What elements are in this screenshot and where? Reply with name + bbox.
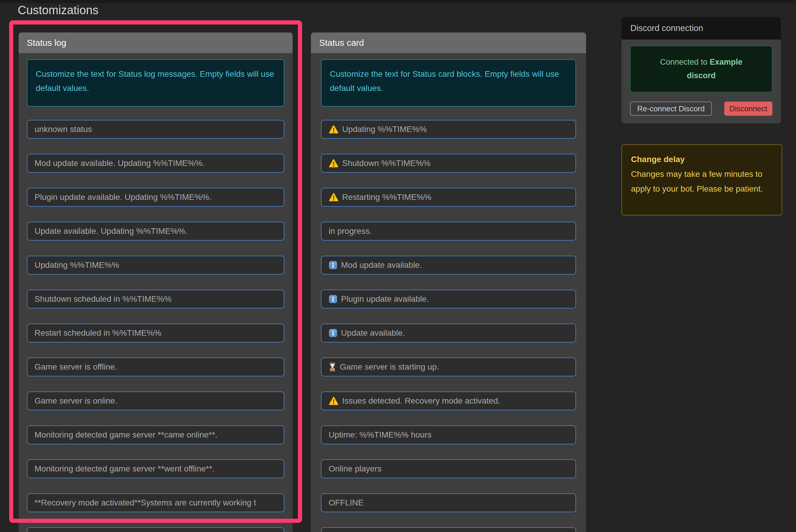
warning-icon: [329, 125, 339, 134]
field-value: Mod update available.: [341, 260, 422, 270]
text-field[interactable]: [27, 527, 284, 532]
text-field[interactable]: Monitoring detected game server **went o…: [27, 459, 284, 478]
text-field[interactable]: unknown status: [27, 120, 284, 139]
text-field[interactable]: Restarting %%TIME%%: [321, 188, 576, 207]
text-field[interactable]: Shutdown scheduled in %%TIME%%: [27, 290, 284, 308]
status-log-panel: Status log Customize the text for Status…: [19, 33, 292, 532]
field-value: Game server is online.: [35, 396, 117, 406]
page-title: Customizations: [18, 3, 98, 17]
text-field[interactable]: **Recovery mode activated**Systems are c…: [27, 493, 284, 512]
text-field[interactable]: Monitoring detected game server **came o…: [27, 425, 284, 444]
text-field[interactable]: in progress.: [321, 222, 576, 241]
field-value: Updating %%TIME%%: [35, 260, 119, 270]
text-field[interactable]: Game server is offline.: [27, 358, 284, 376]
text-field[interactable]: [321, 527, 576, 532]
status-card-header: Status card: [311, 33, 586, 53]
status-log-info-box: Customize the text for Status log messag…: [27, 59, 284, 107]
text-field[interactable]: Update available.: [321, 324, 576, 342]
status-card-info-box: Customize the text for Status card block…: [321, 59, 576, 107]
text-field[interactable]: Issues detected. Recovery mode activated…: [321, 392, 576, 411]
field-value: **Recovery mode activated**Systems are c…: [35, 498, 256, 508]
info-icon: [329, 294, 338, 304]
field-value: OFFLINE: [329, 498, 363, 508]
text-field[interactable]: OFFLINE: [321, 493, 576, 512]
field-value: Shutdown %%TIME%%: [342, 158, 431, 168]
text-field[interactable]: Shutdown %%TIME%%: [321, 154, 576, 173]
field-value: Update available. Updating %%TIME%%.: [35, 226, 188, 236]
status-log-fields: unknown statusMod update available. Upda…: [27, 120, 284, 532]
text-field[interactable]: Game server is online.: [27, 392, 284, 411]
change-delay-body: Changes may take a few minutes to apply …: [631, 167, 773, 196]
text-field[interactable]: Update available. Updating %%TIME%%.: [27, 222, 284, 241]
discord-connection-panel: Discord connection Connected to Example …: [622, 17, 781, 124]
warning-icon: [329, 193, 339, 202]
connection-status-box: Connected to Example discord: [630, 46, 772, 92]
connection-status-text: Connected to Example discord: [647, 56, 756, 83]
field-value: Shutdown scheduled in %%TIME%%: [35, 294, 172, 304]
text-field[interactable]: Online players: [321, 459, 576, 478]
warning-icon: [329, 397, 339, 405]
status-card-fields: Updating %%TIME%%Shutdown %%TIME%%Restar…: [321, 120, 576, 532]
status-log-header: Status log: [19, 33, 292, 53]
field-value: Update available.: [341, 328, 405, 338]
disconnect-button[interactable]: Disconnect: [724, 101, 772, 116]
text-field[interactable]: Mod update available. Updating %%TIME%%.: [27, 154, 284, 173]
field-value: Issues detected. Recovery mode activated…: [342, 396, 500, 406]
reconnect-discord-button[interactable]: Re-connect Discord: [630, 101, 712, 116]
text-field[interactable]: Restart scheduled in %%TIME%%: [27, 324, 284, 342]
status-card-panel: Status card Customize the text for Statu…: [311, 33, 586, 532]
change-delay-title: Change delay: [631, 152, 773, 167]
field-value: Game server is starting up.: [340, 362, 439, 372]
warning-icon: [329, 159, 339, 168]
text-field[interactable]: Updating %%TIME%%: [321, 120, 576, 139]
field-value: Updating %%TIME%%: [342, 125, 427, 134]
discord-connection-header: Discord connection: [622, 17, 781, 40]
field-value: Monitoring detected game server **went o…: [35, 464, 215, 474]
info-icon: [329, 261, 338, 269]
top-edge: [0, 0, 796, 3]
info-icon: [329, 328, 338, 338]
field-value: Plugin update available. Updating %%TIME…: [35, 192, 211, 202]
connection-status-prefix: Connected to: [660, 58, 709, 66]
field-value: Game server is offline.: [35, 362, 117, 372]
text-field[interactable]: Game server is starting up.: [321, 358, 576, 376]
text-field[interactable]: Uptime: %%TIME%% hours: [321, 425, 576, 444]
field-value: Plugin update available.: [341, 294, 429, 304]
field-value: Uptime: %%TIME%% hours: [329, 430, 432, 440]
text-field[interactable]: Updating %%TIME%%: [27, 256, 284, 274]
text-field[interactable]: Plugin update available.: [321, 290, 576, 308]
field-value: Mod update available. Updating %%TIME%%.: [35, 158, 205, 168]
field-value: Restarting %%TIME%%: [342, 192, 431, 202]
text-field[interactable]: Mod update available.: [321, 256, 576, 274]
field-value: in progress.: [329, 226, 372, 236]
field-value: unknown status: [35, 125, 92, 134]
field-value: Monitoring detected game server **came o…: [35, 430, 217, 440]
field-value: Online players: [329, 464, 381, 474]
text-field[interactable]: Plugin update available. Updating %%TIME…: [27, 188, 284, 207]
change-delay-notice: Change delay Changes may take a few minu…: [622, 145, 782, 215]
field-value: Restart scheduled in %%TIME%%: [35, 328, 162, 338]
hourglass-icon: [329, 362, 336, 372]
